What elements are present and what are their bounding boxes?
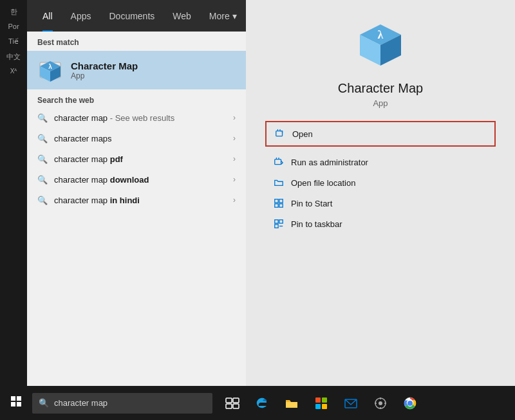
more-chevron-icon: ▾ [232, 11, 237, 21]
svg-rect-29 [226, 404, 232, 408]
taskbar: 🔍 character map [0, 386, 515, 420]
nav-tabs: All Apps Documents Web More ▾ [27, 0, 246, 32]
svg-rect-20 [279, 220, 283, 223]
pin-start-icon [273, 198, 285, 208]
svg-rect-32 [315, 397, 321, 403]
results-area: Best match λ Character Map App Search th… [27, 32, 246, 386]
suggestion-text-1: character map - See web results [54, 113, 174, 123]
store-icon[interactable] [308, 386, 335, 420]
suggestion-text-5: character map in hindi [54, 196, 140, 205]
virtual-desktop-icon[interactable] [219, 386, 246, 420]
detail-panel: λ Character Map App Open Run as administ… [246, 0, 515, 386]
chevron-right-icon-5: › [233, 196, 236, 205]
best-match-item[interactable]: λ Character Map App [27, 51, 246, 89]
svg-rect-33 [322, 397, 327, 403]
pin-start-label: Pin to Start [291, 199, 332, 208]
svg-rect-34 [315, 404, 321, 409]
app-icon-small: λ [37, 57, 63, 83]
detail-app-title: Character Map [265, 81, 496, 96]
lang-korean[interactable]: 한 [0, 5, 27, 19]
lang-portuguese[interactable]: Por [0, 20, 27, 33]
suggestion-text-3: character map pdf [54, 154, 123, 164]
file-explorer-icon[interactable] [278, 386, 305, 420]
pin-taskbar-icon [273, 219, 285, 229]
app-type: App [71, 71, 138, 80]
suggestion-2[interactable]: 🔍 character maps › [27, 128, 246, 149]
edge-browser-icon[interactable] [248, 386, 276, 420]
svg-rect-9 [276, 131, 283, 136]
more-label: More [209, 11, 230, 21]
svg-rect-23 [11, 396, 15, 401]
taskbar-search-icon: 🔍 [39, 398, 49, 408]
suggestion-5[interactable]: 🔍 character map in hindi › [27, 190, 246, 210]
svg-rect-35 [322, 404, 327, 409]
chevron-right-icon-4: › [233, 175, 236, 184]
svg-rect-21 [275, 224, 278, 228]
tab-all[interactable]: All [33, 0, 62, 32]
chevron-right-icon-1: › [233, 113, 236, 122]
suggestion-1[interactable]: 🔍 character map - See web results › [27, 107, 246, 128]
language-sidebar: 한 Por Tiế 中文 Xᴬ [0, 0, 27, 386]
best-match-label: Best match [27, 32, 246, 51]
lang-superscript[interactable]: Xᴬ [0, 65, 27, 78]
svg-rect-30 [233, 404, 239, 408]
lang-vietnamese[interactable]: Tiế [0, 35, 27, 48]
svg-point-44 [407, 401, 413, 406]
detail-app-subtitle: App [265, 98, 496, 108]
open-file-location-button[interactable]: Open file location [265, 172, 496, 193]
svg-text:λ: λ [378, 28, 384, 41]
chevron-right-icon-2: › [233, 134, 236, 143]
search-icon-3: 🔍 [37, 154, 48, 164]
svg-rect-12 [275, 160, 281, 165]
tab-documents[interactable]: Documents [100, 0, 164, 32]
suggestion-text-2: character maps [54, 134, 112, 143]
mail-icon[interactable] [337, 386, 364, 420]
svg-rect-28 [233, 398, 239, 403]
pin-taskbar-label: Pin to taskbar [291, 219, 342, 229]
chevron-right-icon-3: › [233, 154, 236, 163]
svg-rect-16 [279, 199, 283, 203]
settings-icon[interactable] [367, 386, 394, 420]
best-match-text: Character Map App [71, 60, 138, 80]
svg-rect-15 [275, 199, 278, 203]
pin-to-taskbar-button[interactable]: Pin to taskbar [265, 214, 496, 234]
svg-rect-18 [279, 204, 283, 207]
search-icon-2: 🔍 [37, 133, 48, 143]
taskbar-search-bar[interactable]: 🔍 character map [32, 393, 212, 414]
start-button[interactable] [0, 386, 32, 420]
open-icon [274, 129, 286, 139]
svg-rect-19 [275, 220, 278, 223]
app-icon-large: λ [355, 19, 406, 71]
search-icon-5: 🔍 [37, 195, 48, 205]
run-as-admin-button[interactable]: Run as administrator [265, 152, 496, 172]
open-button[interactable]: Open [265, 121, 496, 147]
file-location-label: Open file location [291, 178, 355, 188]
windows-icon [10, 396, 22, 410]
svg-rect-25 [11, 402, 15, 406]
suggestion-text-4: character map download [54, 175, 149, 185]
chrome-icon[interactable] [397, 386, 424, 420]
search-icon-4: 🔍 [37, 174, 48, 185]
tab-more[interactable]: More ▾ [200, 0, 246, 32]
suggestion-4[interactable]: 🔍 character map download › [27, 169, 246, 190]
svg-rect-17 [275, 204, 278, 207]
svg-rect-26 [17, 402, 21, 406]
open-label: Open [292, 129, 313, 139]
suggestion-3[interactable]: 🔍 character map pdf › [27, 149, 246, 169]
lang-chinese[interactable]: 中文 [0, 50, 27, 64]
admin-icon [273, 157, 285, 167]
search-panel: All Apps Documents Web More ▾ Best match… [27, 0, 246, 386]
web-section-label: Search the web [27, 89, 246, 107]
svg-rect-27 [226, 398, 232, 403]
tab-apps[interactable]: Apps [62, 0, 100, 32]
svg-rect-31 [286, 402, 297, 408]
taskbar-icons [219, 386, 424, 420]
pin-to-start-button[interactable]: Pin to Start [265, 193, 496, 214]
svg-point-38 [379, 401, 382, 405]
app-name: Character Map [71, 60, 138, 71]
folder-icon [273, 178, 285, 188]
tab-web[interactable]: Web [164, 0, 200, 32]
svg-rect-24 [17, 396, 21, 401]
search-icon-1: 🔍 [37, 113, 48, 123]
run-admin-label: Run as administrator [291, 158, 368, 167]
